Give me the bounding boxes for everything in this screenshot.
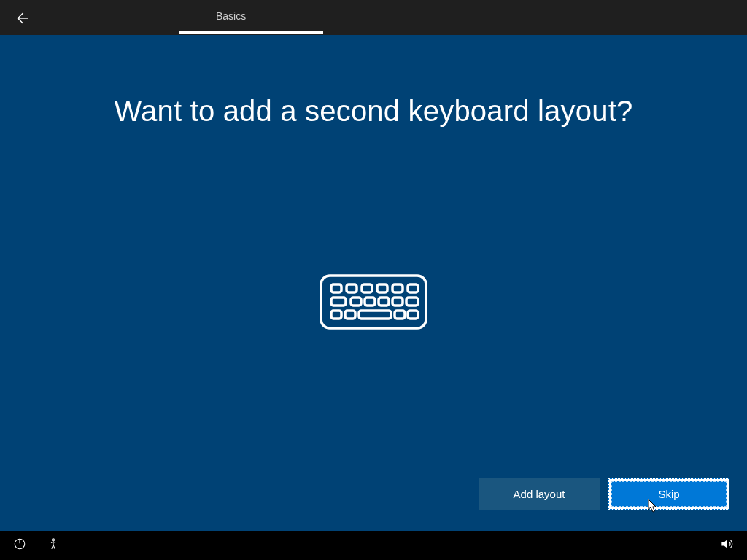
svg-rect-8 <box>331 298 346 306</box>
main-content: Want to add a second keyboard layout? <box>0 95 747 330</box>
svg-rect-16 <box>359 311 391 319</box>
svg-point-21 <box>53 539 55 541</box>
svg-rect-9 <box>351 298 361 306</box>
tab-container: Basics <box>179 0 282 35</box>
svg-rect-17 <box>395 311 405 319</box>
svg-rect-14 <box>331 311 341 319</box>
svg-rect-6 <box>392 284 403 292</box>
add-layout-button[interactable]: Add layout <box>479 478 600 510</box>
svg-rect-15 <box>345 311 355 319</box>
svg-rect-18 <box>408 311 418 319</box>
svg-rect-13 <box>406 298 418 306</box>
tab-basics[interactable]: Basics <box>179 0 282 34</box>
top-bar: Basics <box>0 0 747 35</box>
power-icon[interactable] <box>13 537 26 553</box>
skip-button[interactable]: Skip <box>608 478 729 510</box>
tab-underline <box>179 31 323 34</box>
svg-rect-12 <box>392 298 403 306</box>
button-row: Add layout Skip <box>479 478 729 510</box>
accessibility-icon[interactable] <box>47 537 60 553</box>
skip-button-label: Skip <box>658 488 679 500</box>
svg-rect-2 <box>331 284 341 292</box>
bottom-bar-left <box>13 537 60 553</box>
volume-icon[interactable] <box>719 537 734 554</box>
svg-marker-22 <box>721 540 727 548</box>
page-heading: Want to add a second keyboard layout? <box>0 95 747 128</box>
svg-rect-7 <box>408 284 418 292</box>
svg-rect-4 <box>362 284 372 292</box>
svg-rect-5 <box>377 284 387 292</box>
svg-rect-3 <box>347 284 357 292</box>
tab-label: Basics <box>216 10 246 22</box>
svg-rect-11 <box>379 298 389 306</box>
bottom-bar <box>0 531 747 560</box>
svg-rect-10 <box>365 298 375 306</box>
keyboard-icon <box>0 273 747 330</box>
add-layout-button-label: Add layout <box>514 488 565 500</box>
back-arrow-icon[interactable] <box>13 10 29 29</box>
